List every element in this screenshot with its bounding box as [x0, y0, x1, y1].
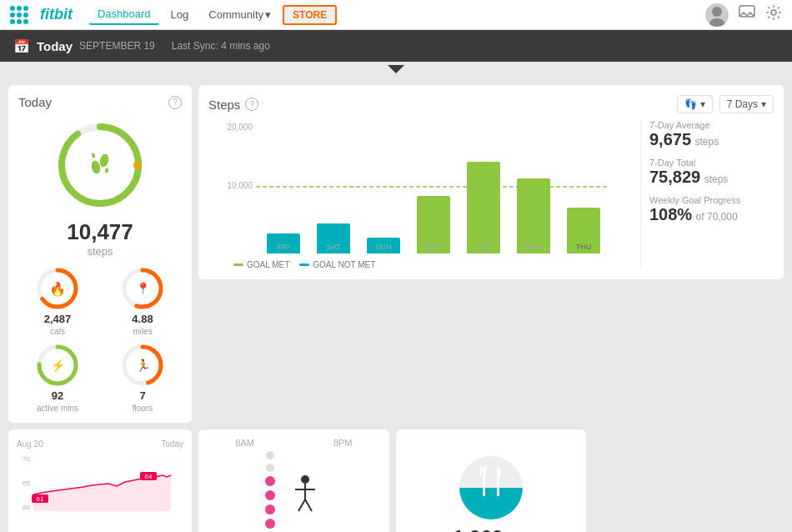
miles-stat: 📍 4.88 miles	[103, 266, 182, 336]
svg-line-49	[305, 499, 312, 511]
steps-period-dropdown[interactable]: 7 Days	[719, 95, 774, 113]
today-label: Today	[37, 39, 73, 53]
steps-help-icon[interactable]: ?	[245, 98, 258, 111]
steps-stats-panel: 7-Day Average 9,675 steps 7-Day Total 75…	[640, 120, 774, 269]
svg-text:WED: WED	[525, 243, 543, 251]
active-dot-filled	[265, 504, 275, 514]
food-icon-container	[458, 454, 524, 521]
nav-links: Dashboard Log Community STORE	[89, 4, 705, 25]
active-dot-filled	[265, 519, 275, 529]
steps-footprints-icon	[87, 149, 113, 182]
svg-point-3	[771, 10, 776, 15]
svg-point-9	[91, 153, 95, 158]
date-bar-indicator	[388, 65, 404, 73]
inactive-dot	[266, 451, 274, 459]
svg-text:64: 64	[145, 473, 153, 480]
total-stat-row: 7-Day Total 75,829 steps	[649, 158, 774, 187]
svg-text:TUE: TUE	[476, 243, 491, 251]
calendar-icon: 📅	[13, 38, 30, 54]
active-start-time: 8AM	[235, 438, 254, 448]
svg-text:70: 70	[23, 455, 30, 463]
store-button[interactable]: STORE	[283, 5, 337, 25]
nav-community[interactable]: Community	[200, 5, 279, 24]
hr-dates: Aug 20 Today	[17, 439, 183, 449]
messages-icon[interactable]	[739, 5, 755, 24]
food-value: 1,969 cals	[453, 526, 529, 533]
bottom-row: Aug 20 Today 70 65 60 61	[8, 429, 784, 532]
total-label: 7-Day Total	[649, 158, 774, 168]
food-card: 1,969 cals left to eat	[396, 429, 587, 532]
floors-stat: 🏃 7 floors	[103, 343, 182, 413]
avg-value: 9,675	[649, 130, 691, 148]
goal-not-met-label: GOAL NOT MET	[313, 260, 375, 269]
logo: fitbit	[10, 6, 73, 24]
miles-circle: 📍	[120, 266, 165, 311]
today-help-icon[interactable]: ?	[168, 96, 182, 109]
svg-marker-40	[33, 475, 171, 511]
nav-dashboard[interactable]: Dashboard	[89, 4, 159, 25]
hr-date-start: Aug 20	[17, 439, 43, 449]
date-bar: 📅 Today SEPTEMBER 19 Last Sync: 4 mins a…	[0, 30, 792, 62]
period-chevron	[761, 98, 766, 110]
svg-rect-26	[467, 162, 500, 253]
chart-area: 20,000 10,000	[208, 120, 774, 269]
goal-met-label: GOAL MET	[247, 260, 289, 269]
active-figure	[288, 473, 322, 522]
food-stats: 1,969 cals left to eat	[453, 526, 529, 533]
svg-point-8	[98, 153, 110, 168]
goal-not-met-dot	[299, 263, 309, 266]
svg-text:10,000: 10,000	[227, 181, 253, 190]
steps-label: steps	[87, 245, 113, 258]
main-content: Today ? 10,477 steps	[0, 77, 792, 532]
svg-line-48	[298, 499, 305, 511]
chart-legend: GOAL MET GOAL NOT MET	[208, 260, 634, 269]
today-card: Today ? 10,477 steps	[8, 85, 192, 423]
inactive-dot	[266, 464, 274, 472]
nav-log[interactable]: Log	[163, 5, 198, 24]
active-mins-stat: ⚡ 92 active mins	[18, 343, 97, 413]
floors-label: floors	[133, 404, 153, 413]
mini-stats-grid: 🔥 2,487 cals 📍 4.88 miles	[18, 266, 182, 413]
active-mins-circle: ⚡	[35, 343, 80, 388]
today-card-header: Today ?	[18, 95, 182, 109]
active-dots-row	[265, 451, 322, 532]
svg-text:FRI: FRI	[278, 243, 290, 251]
chart-bars-container: 20,000 10,000	[208, 120, 634, 269]
goal-met-dot	[233, 263, 243, 266]
avg-label: 7-Day Average	[649, 120, 774, 130]
hr-chart-svg: 70 65 60 61 64	[17, 449, 183, 515]
goal-progress-of: of 70,000	[696, 211, 738, 223]
settings-icon[interactable]	[765, 4, 782, 25]
navbar: fitbit Dashboard Log Community STORE	[0, 0, 792, 30]
active-dots	[265, 451, 275, 532]
cals-stat: 🔥 2,487 cals	[18, 266, 97, 336]
community-chevron-icon	[265, 8, 271, 21]
active-mins-value: 92	[52, 389, 63, 402]
avg-stat-row: 7-Day Average 9,675 steps	[649, 120, 774, 149]
active-time-row: 8AM 8PM	[235, 438, 352, 448]
total-unit: steps	[704, 173, 729, 185]
svg-point-6	[133, 161, 142, 169]
active-dot-filled	[265, 490, 275, 500]
svg-text:MON: MON	[425, 243, 443, 251]
goal-progress-row: Weekly Goal Progress 108% of 70,000	[649, 195, 774, 224]
floors-value: 7	[139, 389, 145, 402]
svg-text:SUN: SUN	[375, 243, 391, 251]
steps-chart-svg: 20,000 10,000	[208, 120, 634, 253]
profile-avatar[interactable]	[705, 3, 729, 27]
nav-icons	[705, 3, 782, 27]
sync-status: Last Sync: 4 mins ago	[172, 40, 270, 52]
steps-type-dropdown[interactable]: 👣	[677, 95, 713, 113]
svg-text:THU: THU	[576, 243, 592, 251]
active-mins-label: active mins	[37, 404, 78, 413]
svg-text:SAT: SAT	[327, 243, 341, 251]
fitbit-logo-dots	[10, 6, 35, 24]
steps-type-icon: 👣	[684, 98, 697, 110]
svg-text:61: 61	[37, 495, 44, 503]
fitbit-wordmark: fitbit	[40, 6, 73, 23]
goal-progress-label: Weekly Goal Progress	[649, 195, 774, 205]
date-value: SEPTEMBER 19	[79, 40, 155, 52]
svg-text:60: 60	[23, 504, 30, 511]
active-end-time: 8PM	[333, 438, 353, 448]
cals-circle: 🔥	[35, 266, 80, 311]
